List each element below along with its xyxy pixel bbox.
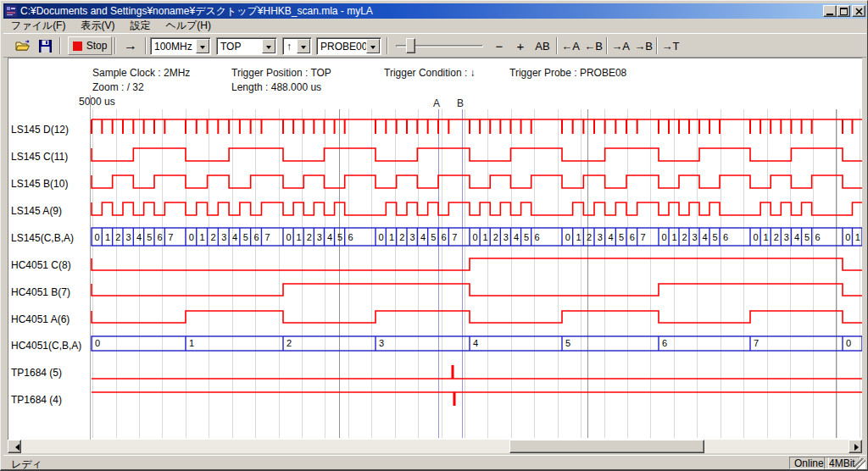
svg-text:3: 3 bbox=[317, 232, 322, 242]
svg-text:1: 1 bbox=[855, 232, 860, 242]
svg-text:2: 2 bbox=[210, 232, 215, 242]
svg-text:7: 7 bbox=[641, 232, 646, 242]
zoom-out-label: − bbox=[496, 39, 504, 53]
svg-text:1: 1 bbox=[671, 232, 676, 242]
svg-text:2: 2 bbox=[493, 232, 498, 242]
svg-text:2: 2 bbox=[399, 232, 404, 242]
toolbar-separator bbox=[114, 37, 116, 54]
svg-text:1: 1 bbox=[105, 232, 110, 242]
zoom-info: Zoom : / 32 bbox=[92, 81, 144, 93]
goto-a-button[interactable]: ←A bbox=[559, 36, 581, 55]
slider-thumb[interactable] bbox=[406, 38, 415, 53]
svg-text:4: 4 bbox=[702, 232, 707, 242]
run-button[interactable]: → bbox=[119, 36, 142, 55]
cursor-b-label[interactable]: B bbox=[457, 97, 464, 109]
horizontal-scrollbar[interactable] bbox=[8, 440, 862, 453]
set-b-button[interactable]: →B bbox=[632, 36, 654, 55]
scrollbar-thumb[interactable] bbox=[509, 440, 704, 453]
svg-text:7: 7 bbox=[168, 232, 173, 242]
goto-trigger-button[interactable]: →T bbox=[659, 36, 682, 55]
resize-grip[interactable] bbox=[854, 458, 865, 469]
svg-text:0: 0 bbox=[565, 232, 570, 242]
minimize-button[interactable] bbox=[823, 5, 837, 17]
save-floppy-icon bbox=[39, 40, 52, 53]
save-button[interactable] bbox=[35, 36, 55, 55]
ab-button[interactable]: AB bbox=[531, 36, 554, 55]
svg-text:7: 7 bbox=[452, 232, 457, 242]
svg-text:0: 0 bbox=[472, 232, 477, 242]
zoom-in-button[interactable]: + bbox=[511, 36, 530, 55]
goto-a-label: ←A bbox=[561, 40, 580, 53]
sample-clock-combo[interactable]: 100MHz bbox=[150, 37, 211, 55]
waveform-plot[interactable]: 0123456701234567012345601234567012345601… bbox=[8, 108, 862, 440]
svg-text:1: 1 bbox=[189, 338, 194, 348]
probe-combo[interactable]: PROBE00 bbox=[316, 37, 381, 55]
open-button[interactable] bbox=[13, 36, 33, 55]
menu-file[interactable]: ファイル(F) bbox=[3, 18, 73, 35]
goto-trigger-label: →T bbox=[662, 40, 680, 53]
menu-bar: ファイル(F) 表示(V) 設定 ヘルプ(H) bbox=[3, 19, 866, 33]
window-title: C:¥Documents and Settings¥noname¥デスクトップ¥… bbox=[20, 4, 373, 19]
cursor-a-label[interactable]: A bbox=[433, 97, 440, 109]
maximize-button[interactable] bbox=[837, 5, 850, 17]
sample-clock-value: 100MHz bbox=[151, 41, 196, 53]
stop-label: Stop bbox=[86, 40, 108, 52]
toolbar-separator bbox=[656, 37, 658, 54]
menu-help[interactable]: ヘルプ(H) bbox=[158, 18, 219, 35]
svg-text:2: 2 bbox=[682, 232, 687, 242]
svg-text:3: 3 bbox=[504, 232, 509, 242]
title-bar: C:¥Documents and Settings¥noname¥デスクトップ¥… bbox=[3, 3, 866, 19]
svg-text:2: 2 bbox=[287, 338, 292, 348]
svg-text:0: 0 bbox=[286, 232, 291, 242]
svg-text:4: 4 bbox=[420, 232, 426, 242]
goto-b-button[interactable]: ←B bbox=[582, 36, 604, 55]
maximize-icon bbox=[840, 8, 848, 15]
svg-text:5: 5 bbox=[147, 232, 152, 242]
svg-text:7: 7 bbox=[754, 338, 759, 348]
svg-text:6: 6 bbox=[442, 232, 447, 242]
scroll-right-icon bbox=[854, 444, 862, 451]
close-button[interactable] bbox=[852, 5, 865, 17]
svg-text:6: 6 bbox=[348, 232, 353, 242]
svg-text:3: 3 bbox=[692, 232, 697, 242]
trigger-edge-combo[interactable]: ↑ bbox=[282, 37, 312, 55]
toolbar-separator bbox=[59, 37, 61, 54]
svg-text:6: 6 bbox=[253, 232, 259, 242]
svg-text:4: 4 bbox=[794, 232, 799, 242]
trigger-position-combo[interactable]: TOP bbox=[216, 37, 277, 55]
svg-text:6: 6 bbox=[158, 232, 163, 242]
svg-text:1: 1 bbox=[483, 232, 488, 242]
svg-text:5: 5 bbox=[431, 232, 436, 242]
set-a-button[interactable]: →A bbox=[609, 36, 632, 55]
menu-settings[interactable]: 設定 bbox=[122, 18, 158, 35]
toolbar-separator bbox=[556, 37, 558, 54]
chevron-down-icon[interactable] bbox=[262, 39, 275, 53]
chevron-down-icon[interactable] bbox=[196, 39, 209, 53]
svg-text:5: 5 bbox=[565, 338, 570, 348]
svg-text:3: 3 bbox=[784, 232, 789, 242]
zoom-slider[interactable] bbox=[396, 37, 483, 55]
svg-text:5: 5 bbox=[243, 232, 248, 242]
svg-text:4: 4 bbox=[514, 232, 519, 242]
svg-text:1: 1 bbox=[389, 232, 394, 242]
svg-text:0: 0 bbox=[753, 232, 758, 242]
svg-text:4: 4 bbox=[608, 232, 613, 242]
scroll-right-button[interactable] bbox=[849, 440, 862, 453]
status-ready: レディ bbox=[11, 457, 42, 471]
svg-text:3: 3 bbox=[410, 232, 415, 242]
trigger-edge-value: ↑ bbox=[283, 41, 297, 53]
svg-text:5: 5 bbox=[619, 232, 624, 242]
chevron-down-icon[interactable] bbox=[366, 39, 380, 53]
svg-text:0: 0 bbox=[661, 232, 666, 242]
svg-text:0: 0 bbox=[379, 232, 384, 242]
svg-text:0: 0 bbox=[95, 232, 100, 242]
trigger-condition-info: Trigger Condition : ↓ bbox=[384, 67, 476, 79]
svg-text:2: 2 bbox=[115, 232, 120, 242]
scroll-left-button[interactable] bbox=[8, 440, 21, 453]
chevron-down-icon[interactable] bbox=[297, 39, 310, 53]
toolbar-separator bbox=[387, 37, 388, 54]
menu-view[interactable]: 表示(V) bbox=[73, 18, 122, 35]
stop-button[interactable]: Stop bbox=[68, 36, 112, 55]
zoom-out-button[interactable]: − bbox=[490, 36, 509, 55]
zoom-in-label: + bbox=[517, 39, 525, 53]
